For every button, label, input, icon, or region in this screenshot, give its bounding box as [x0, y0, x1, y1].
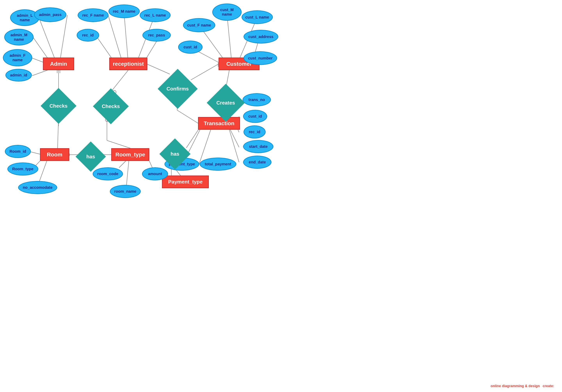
- svg-line-9: [108, 16, 121, 58]
- svg-line-12: [96, 36, 111, 58]
- attr-admin-id: admin_id: [5, 69, 32, 81]
- svg-line-10: [124, 12, 128, 58]
- entity-transaction: Transaction: [198, 117, 240, 130]
- entity-room: Room: [40, 148, 69, 161]
- attr-admin-pass: admin_pass: [34, 7, 66, 22]
- watermark: online diagramming & design create:: [491, 384, 554, 388]
- rel-creates: Creates: [207, 84, 245, 122]
- rel-checks-rec: Checks: [93, 88, 129, 124]
- entity-receptionist-label: receptionist: [113, 61, 144, 67]
- entity-payment-type-label: Payment_type: [168, 179, 203, 185]
- svg-line-26: [177, 110, 198, 123]
- rel-confirms-label: Confirms: [166, 86, 189, 92]
- entity-room-type-label: Room_type: [115, 151, 145, 158]
- entity-transaction-label: Transaction: [204, 120, 234, 127]
- attr-cust-number: cust_number: [244, 51, 277, 65]
- attr-amount: amount: [142, 167, 168, 180]
- entity-admin: Admin: [43, 58, 74, 70]
- attr-room-code: room_code: [93, 167, 123, 180]
- svg-line-32: [230, 130, 239, 147]
- svg-line-16: [107, 140, 130, 148]
- attr-room-id: Room_id: [5, 145, 31, 158]
- entity-payment-type: Payment_type: [162, 175, 209, 188]
- entity-room-label: Room: [47, 151, 62, 158]
- rel-has-room-label: has: [86, 154, 95, 160]
- attr-rec-pass: rec_pass: [142, 29, 171, 42]
- attr-room-name: room_name: [110, 185, 141, 198]
- attr-rec-id: rec_id: [77, 29, 99, 42]
- svg-line-33: [229, 130, 239, 162]
- entity-admin-label: Admin: [50, 61, 67, 67]
- attr-end-date: end_date: [243, 156, 271, 169]
- rel-creates-label: Creates: [216, 100, 235, 106]
- rel-confirms: Confirms: [158, 69, 198, 109]
- svg-line-0: [39, 18, 57, 63]
- attr-rec-mname: rec_M name: [108, 4, 140, 18]
- attr-rec-fname: rec_F name: [78, 8, 108, 22]
- svg-line-45: [119, 161, 126, 168]
- attr-cust-lname: cust_L name: [242, 10, 273, 24]
- attr-rec-lname: rec_L name: [140, 8, 171, 22]
- watermark-brand: create:: [543, 384, 554, 388]
- svg-line-36: [186, 129, 199, 148]
- attr-room-type: Room_type: [7, 162, 38, 175]
- watermark-text: online diagramming & design: [491, 384, 540, 388]
- attr-trans-recid: rec_id: [244, 125, 266, 138]
- rel-has-trans-label: has: [171, 151, 179, 157]
- rel-checks-rec-label: Checks: [102, 103, 120, 109]
- attr-trans-custid: cust_id: [243, 110, 267, 123]
- attr-admin-mname: admin_M name: [4, 29, 34, 46]
- entity-receptionist: receptionist: [109, 58, 147, 70]
- attr-cust-id: cust_id: [178, 41, 203, 54]
- attr-cust-fname: cust_F name: [183, 18, 215, 32]
- svg-line-4: [32, 70, 48, 76]
- attr-total-payment: total_payment: [200, 158, 236, 171]
- rel-checks-admin-label: Checks: [49, 103, 68, 109]
- rel-checks-admin: Checks: [41, 88, 77, 124]
- entity-room-type: Room_type: [111, 148, 149, 161]
- attr-admin-lname: admin_L name: [10, 9, 39, 26]
- svg-line-14: [110, 70, 128, 93]
- attr-start-date: start_date: [243, 140, 273, 153]
- connector-lines: [0, 0, 562, 392]
- svg-line-24: [191, 64, 219, 80]
- attr-cust-address: cust_address: [244, 30, 278, 44]
- attr-cust-mname: cust_M name: [212, 3, 242, 21]
- attr-trans-no: trans_no: [243, 93, 271, 106]
- svg-line-17: [147, 64, 170, 74]
- svg-line-3: [60, 15, 67, 58]
- rel-has-room: has: [76, 141, 106, 172]
- attr-no-accomodate: no_accomodate: [18, 181, 57, 194]
- er-diagram: Admin receptionist Customer Room Room_ty…: [0, 0, 562, 392]
- attr-admin-fname: admin_F name: [3, 49, 32, 66]
